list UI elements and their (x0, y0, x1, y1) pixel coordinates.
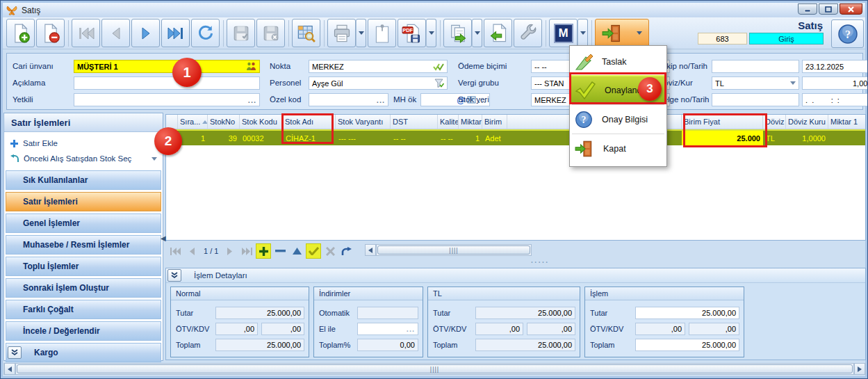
print-dropdown-button[interactable] (356, 19, 366, 47)
save-pdf-dropdown-button[interactable] (426, 19, 436, 47)
expand-kargo-button[interactable] (8, 346, 22, 359)
cell-dst[interactable]: -- -- (391, 131, 438, 145)
grid-header-miktar[interactable]: Miktar (459, 115, 482, 129)
ozel-kod-field[interactable]: ... (309, 93, 388, 106)
menu-item-taslak[interactable]: Taslak (570, 48, 666, 75)
scroll-track[interactable]: |||| (376, 244, 532, 256)
document-mode-field[interactable]: Giriş (749, 33, 824, 45)
grid-header-kalite[interactable]: Kalite (438, 115, 459, 129)
save-cancel-button[interactable] (256, 19, 285, 47)
sidebar-section-muhasebe-resmi-islemler[interactable]: Muhasebe / Resmi İşlemler (6, 235, 161, 255)
islem-toplam-field[interactable]: 25.000,00 (635, 339, 739, 351)
takip-tarih-field[interactable]: 23.12.2025 (802, 60, 868, 73)
nav-last-button[interactable] (240, 244, 254, 258)
cell-stok-varyanti[interactable]: --- --- (336, 131, 391, 145)
grid-header-birim-fiyat[interactable]: Birim Fiyat (682, 115, 763, 129)
cell-miktar[interactable]: 1 (459, 131, 482, 145)
normal-tutar-field[interactable]: 25.000,00 (215, 307, 304, 319)
save-button[interactable] (227, 19, 255, 47)
help-button[interactable]: ? (831, 19, 864, 48)
new-document-button[interactable] (6, 19, 35, 47)
sidebar-section-toplu-islemler[interactable]: Toplu İşlemler (6, 257, 161, 276)
row-add-button[interactable] (256, 244, 270, 258)
save-pdf-button[interactable]: PDF (398, 19, 426, 47)
indirim-otomatik-field[interactable] (357, 307, 418, 319)
nav-prev-button[interactable] (185, 244, 199, 258)
collapse-details-button[interactable] (167, 269, 181, 282)
sidebar-section-farkli-cogalt[interactable]: Farklı Çoğalt (6, 300, 161, 319)
sidebar-section-kargo[interactable]: Kargo (6, 343, 161, 362)
cell-birim[interactable]: Adet (482, 131, 507, 145)
sidebar-section-sik-kullanilanlar[interactable]: Sık Kullanılanlar (6, 170, 161, 190)
last-record-button[interactable] (161, 19, 190, 47)
kur-field[interactable]: 1,0000 (802, 76, 868, 90)
cell-doviz[interactable]: TL (763, 131, 786, 145)
return-document-button[interactable] (484, 19, 512, 47)
grid-header-doviz-kuru[interactable]: Döviz Kuru (786, 115, 828, 129)
ozel-kod-more-button[interactable]: ... (377, 96, 385, 104)
splitter-grip-dots[interactable]: ····· (531, 259, 550, 266)
cell-miktar1[interactable] (828, 131, 865, 145)
cell-stokno[interactable]: 39 (208, 131, 240, 145)
tl-otv-field[interactable]: ,00 (475, 323, 523, 335)
scroll-right-button[interactable] (854, 363, 865, 375)
normal-kdv-field[interactable]: ,00 (261, 323, 304, 335)
cell-stok-kodu[interactable]: 00032 (240, 131, 283, 145)
menu-item-kapat[interactable]: Kapat (570, 135, 666, 162)
scroll-thumb[interactable]: |||| (17, 364, 853, 373)
row-edit-button[interactable] (290, 244, 304, 258)
el-ile-more-button[interactable]: ... (407, 325, 415, 333)
cari-unvani-field[interactable]: MÜŞTERİ 1 (74, 60, 260, 73)
grid-row-selected[interactable]: .... 1 39 00032 CİHAZ-1 --- --- -- -- --… (166, 129, 865, 145)
customer-lookup-icon[interactable] (246, 62, 256, 71)
cell-sira[interactable]: 1 (178, 131, 208, 145)
sidebar-section-satir-islemleri[interactable]: Satır İşlemleri (6, 192, 161, 211)
aciklama-field[interactable] (74, 76, 260, 90)
scroll-left-button[interactable] (365, 244, 376, 256)
settings-wrench-button[interactable] (514, 19, 542, 47)
sidebar-section-genel-islemler[interactable]: Genel İşlemler (6, 213, 161, 233)
cell-doviz-kuru[interactable]: 1,0000 (786, 131, 828, 145)
cell-kalite[interactable]: -- -- (438, 131, 459, 145)
grid-header-stok-adi[interactable]: Stok Adı (283, 115, 336, 129)
row-delete-button[interactable] (273, 244, 287, 258)
document-number-field[interactable]: 683 (698, 33, 747, 45)
m-module-button[interactable]: M (549, 19, 578, 47)
doviz-select[interactable]: TL (712, 76, 799, 90)
belge-tarih-field[interactable]: . . : : (802, 93, 868, 106)
grid-header-birim[interactable]: Birim (482, 115, 507, 129)
normal-toplam-field[interactable]: 25.000,00 (215, 339, 304, 351)
maximize-button[interactable] (819, 3, 838, 15)
grid-header-stok-varyanti[interactable]: Stok Varyantı (336, 115, 391, 129)
sidebar-section-sonraki-islem-olustur[interactable]: Sonraki İşlem Oluştur (6, 278, 161, 298)
grid-header-dst[interactable]: DST (391, 115, 438, 129)
row-cancel-button[interactable] (323, 244, 337, 258)
grid-header-stokno[interactable]: StokNo (208, 115, 240, 129)
grid-horizontal-scrollbar[interactable]: |||| (365, 244, 532, 256)
delete-document-button[interactable] (36, 19, 65, 47)
tl-toplam-field[interactable]: 25.000,00 (475, 339, 575, 351)
grid-header-doviz[interactable]: Döviz (763, 115, 786, 129)
islem-kdv-field[interactable]: ,00 (689, 323, 739, 335)
refresh-button[interactable] (191, 19, 220, 47)
menu-item-onay-bilgisi[interactable]: ? Onay Bilgisi (570, 106, 666, 133)
close-button[interactable] (840, 3, 862, 15)
first-record-button[interactable] (72, 19, 100, 47)
print-button[interactable] (327, 19, 356, 47)
next-record-button[interactable] (131, 19, 160, 47)
nokta-field[interactable]: MERKEZ (309, 60, 448, 73)
nav-next-button[interactable] (223, 244, 237, 258)
grid-header-miktar1[interactable]: Miktar 1 (828, 115, 865, 129)
status-door-button[interactable] (595, 19, 649, 47)
paste-clipboard-button[interactable] (368, 19, 396, 47)
tl-tutar-field[interactable]: 25.000,00 (475, 307, 575, 319)
grid-header-sira[interactable]: Sıra... (178, 115, 208, 129)
yetkili-field[interactable]: ... (74, 93, 260, 106)
previous-stock-select-button[interactable]: Önceki Alış Satışdan Stok Seç (4, 151, 163, 166)
row-undo-button[interactable] (340, 244, 354, 258)
add-row-button[interactable]: Satır Ekle (4, 136, 163, 151)
cell-birim-fiyat[interactable]: 25.000 (682, 131, 763, 145)
splitter-collapse-icon[interactable]: ◀ (161, 234, 166, 242)
cell-stok-adi[interactable]: CİHAZ-1 (283, 131, 336, 145)
grid-search-button[interactable] (292, 19, 320, 47)
